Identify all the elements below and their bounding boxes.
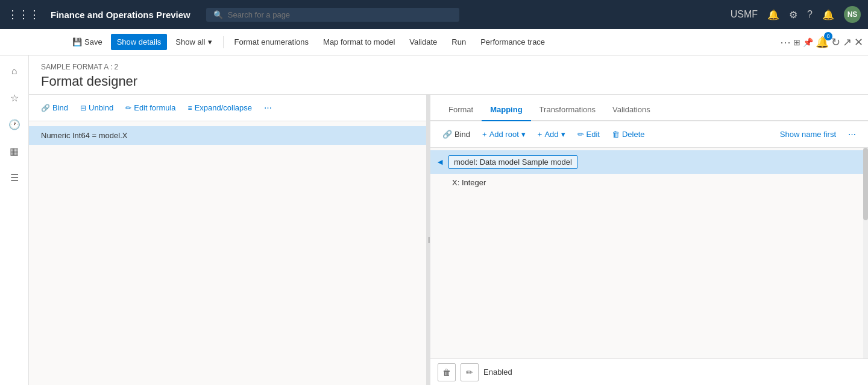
right-panel: Format Mapping Transformations Validatio…: [430, 95, 868, 385]
expand-icon: ≡: [188, 104, 192, 112]
redo-icon[interactable]: ↻: [831, 36, 840, 49]
main-content: SAMPLE FORMAT A : 2 Format designer 🔗 Bi…: [29, 56, 868, 385]
expand-collapse-button[interactable]: ≡ Expand/collapse: [183, 100, 257, 115]
app-layout: ⌂ ☆ 🕐 ▦ ☰ SAMPLE FORMAT A : 2 Format des…: [0, 56, 868, 385]
collapse-icon[interactable]: ◀: [438, 158, 442, 166]
left-sidebar: ⌂ ☆ 🕐 ▦ ☰: [0, 56, 29, 385]
perf-trace-button[interactable]: Performance trace: [474, 34, 551, 50]
page-title: Format designer: [41, 74, 856, 89]
sidebar-item-home[interactable]: ⌂: [4, 60, 25, 82]
tab-transformations[interactable]: Transformations: [531, 99, 604, 121]
delete-button[interactable]: 🗑 Delete: [607, 127, 650, 142]
top-nav-icons: USMF 🔔 ⚙ ? 🔔 NS: [731, 6, 861, 23]
sidebar-item-recent[interactable]: 🕐: [4, 113, 25, 135]
enabled-label: Enabled: [483, 368, 512, 377]
settings-icon[interactable]: ⚙: [789, 9, 797, 21]
chevron-down-icon: ▾: [208, 37, 212, 46]
badge-count: 0: [824, 32, 832, 40]
add-icon: +: [538, 130, 542, 139]
more-options-button[interactable]: ⋯: [259, 100, 277, 115]
message-badge-wrap[interactable]: 🔔: [822, 9, 834, 21]
message-icon[interactable]: 🔔: [822, 10, 834, 20]
breadcrumb: SAMPLE FORMAT A : 2: [41, 63, 856, 71]
separator-1: [223, 36, 224, 48]
tab-validations[interactable]: Validations: [604, 99, 659, 121]
user-code: USMF: [731, 9, 758, 20]
formula-icon: ✏: [125, 104, 131, 112]
trash-icon: 🗑: [612, 130, 620, 139]
validate-button[interactable]: Validate: [403, 34, 443, 50]
mapping-tree: ◀ model: Data model Sample model X: Inte…: [430, 148, 868, 358]
sidebar-item-favorites[interactable]: ☆: [4, 87, 25, 109]
refresh-badge[interactable]: 🔔0: [816, 36, 829, 49]
more-icon[interactable]: ⋯: [780, 36, 791, 49]
pencil-icon: ✏: [577, 130, 584, 139]
grid-icon[interactable]: ⋮⋮⋮: [7, 8, 40, 21]
ellipsis-icon: ⋯: [264, 103, 272, 112]
add-root-button[interactable]: + Add root ▾: [477, 127, 530, 142]
command-bar: 💾 Save Show details Show all ▾ Format en…: [0, 29, 868, 56]
save-button[interactable]: 💾 Save: [66, 34, 108, 50]
layout-icon[interactable]: ⊞: [793, 37, 800, 47]
add-root-icon: +: [482, 130, 487, 139]
chevron-down-icon3: ▾: [561, 130, 565, 139]
unbind-icon: ⊟: [80, 104, 86, 112]
model-node-label: model: Data model Sample model: [448, 155, 577, 169]
pin-icon[interactable]: 📌: [803, 37, 813, 47]
scrollbar[interactable]: [863, 148, 868, 358]
close-icon[interactable]: ✕: [854, 36, 863, 49]
link-icon: 🔗: [41, 104, 50, 112]
bottom-pencil-icon: ✏: [466, 368, 473, 377]
left-panel: 🔗 Bind ⊟ Unbind ✏ Edit formula ≡ Expand/…: [29, 95, 427, 385]
tabs-bar: Format Mapping Transformations Validatio…: [430, 95, 868, 121]
save-icon: 💾: [72, 37, 82, 46]
bottom-edit-button[interactable]: ✏: [461, 363, 479, 381]
mapping-toolbar: 🔗 Bind + Add root ▾ + Add ▾ ✏: [430, 121, 868, 148]
sidebar-item-workspace[interactable]: ▦: [4, 140, 25, 162]
show-details-button[interactable]: Show details: [111, 34, 168, 50]
bottom-trash-icon: 🗑: [442, 368, 451, 377]
bottom-delete-button[interactable]: 🗑: [438, 363, 456, 381]
notification-icon[interactable]: 🔔: [767, 9, 779, 21]
edit-button[interactable]: ✏ Edit: [573, 127, 605, 142]
search-icon: 🔍: [213, 10, 223, 19]
scrollbar-thumb[interactable]: [863, 148, 868, 220]
sidebar-item-list[interactable]: ☰: [4, 167, 25, 188]
bottom-toolbar: 🗑 ✏ Enabled: [430, 358, 868, 385]
app-title: Finance and Operations Preview: [51, 10, 190, 20]
bind-button[interactable]: 🔗 Bind: [36, 100, 73, 115]
map-bind-button[interactable]: 🔗 Bind: [438, 127, 475, 142]
split-area: 🔗 Bind ⊟ Unbind ✏ Edit formula ≡ Expand/…: [29, 95, 868, 385]
help-icon[interactable]: ?: [807, 9, 813, 20]
tree-item[interactable]: Numeric Int64 = model.X: [29, 126, 426, 145]
avatar[interactable]: NS: [844, 6, 861, 23]
show-all-button[interactable]: Show all ▾: [169, 34, 218, 50]
show-name-first-button[interactable]: Show name first: [775, 127, 841, 142]
top-nav: ⋮⋮⋮ Finance and Operations Preview 🔍 USM…: [0, 0, 868, 29]
search-bar[interactable]: 🔍: [206, 8, 459, 22]
unbind-button[interactable]: ⊟ Unbind: [75, 100, 118, 115]
drag-handle-icon: ‖: [427, 237, 430, 243]
model-root-node[interactable]: ◀ model: Data model Sample model: [430, 150, 868, 174]
run-button[interactable]: Run: [445, 34, 472, 50]
add-button[interactable]: + Add ▾: [533, 127, 570, 142]
format-tree: Numeric Int64 = model.X: [29, 121, 426, 385]
format-enumerations-button[interactable]: Format enumerations: [228, 34, 315, 50]
external-link-icon[interactable]: ↗: [843, 36, 852, 49]
model-child-node[interactable]: X: Integer: [430, 174, 868, 191]
chevron-down-icon2: ▾: [521, 130, 526, 139]
search-input[interactable]: [228, 10, 452, 19]
edit-formula-button[interactable]: ✏ Edit formula: [121, 100, 180, 115]
page-header: SAMPLE FORMAT A : 2 Format designer: [29, 56, 868, 95]
map-format-button[interactable]: Map format to model: [317, 34, 401, 50]
link2-icon: 🔗: [442, 130, 452, 139]
tab-mapping[interactable]: Mapping: [482, 99, 530, 121]
mapping-more-button[interactable]: ⋯: [843, 127, 861, 142]
panel-toolbar: 🔗 Bind ⊟ Unbind ✏ Edit formula ≡ Expand/…: [29, 95, 426, 121]
tab-format[interactable]: Format: [440, 99, 482, 121]
mapping-ellipsis-icon: ⋯: [848, 130, 856, 139]
